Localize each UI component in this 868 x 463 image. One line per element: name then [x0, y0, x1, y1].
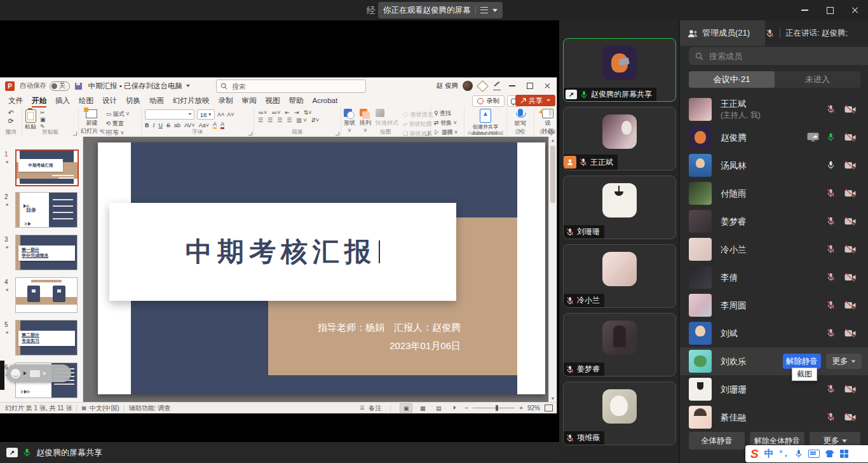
zoom-in-button[interactable]: + [519, 404, 523, 411]
mic-unmuted-icon[interactable] [826, 160, 836, 170]
scrollbar-thumb[interactable] [550, 146, 555, 203]
dialog-launcher-icon[interactable] [73, 132, 77, 135]
tab-animations[interactable]: 动画 [145, 94, 168, 107]
ppt-search-input[interactable] [231, 82, 341, 91]
find-button[interactable]: ⚲ 查找 [434, 109, 461, 118]
current-slide[interactable]: 中期考核汇报 指导老师：杨娟 汇报人：赵俊腾 2023年01月06日 [98, 142, 545, 394]
record-button[interactable]: 录制 [472, 95, 505, 107]
member-row[interactable]: 赵俊腾 [680, 123, 868, 151]
ime-toolbar[interactable]: S 中 °， [745, 445, 868, 462]
mic-muted-icon[interactable] [826, 412, 836, 422]
line-spacing-button[interactable]: ⇅˅ [304, 109, 312, 116]
spell-check-icon[interactable]: ▦ [81, 405, 86, 411]
underline-button[interactable]: U [159, 122, 163, 128]
tab-in-meeting[interactable]: 会议中·21 [689, 71, 775, 88]
sogou-logo-icon[interactable]: S [750, 447, 759, 461]
redo-icon[interactable]: ⟳ [0, 117, 22, 125]
video-tile[interactable]: 冷小兰 [563, 244, 676, 308]
layout-button[interactable]: ▭ 版式 ˅ [106, 110, 130, 118]
slide-thumbnail-4[interactable] [15, 277, 78, 313]
video-tile-screen-share[interactable]: ↗ 赵俊腾的屏幕共享 [563, 38, 676, 102]
bullets-button[interactable]: ≔˅ [258, 109, 267, 116]
member-row[interactable]: 付随雨 [680, 179, 868, 207]
tab-transitions[interactable]: 切换 [121, 94, 145, 107]
grow-font-button[interactable]: A˄ [217, 111, 224, 118]
slide-title-card[interactable]: 中期考核汇报 [109, 203, 456, 301]
member-row[interactable]: 姜梦睿 [680, 207, 868, 235]
camera-off-icon[interactable] [844, 385, 856, 394]
replace-button[interactable]: ⇄ 替换 ˅ [434, 119, 461, 127]
member-row[interactable]: 李周圆 [680, 291, 868, 319]
paste-button[interactable]: 粘贴 [25, 108, 36, 131]
increase-indent-button[interactable]: ⇥ [294, 109, 299, 116]
mic-muted-icon[interactable] [826, 104, 836, 114]
restore-button[interactable] [817, 0, 843, 20]
slideshow-button[interactable]: ⏵ [449, 404, 460, 412]
ppt-minimize-button[interactable] [503, 78, 521, 94]
text-direction-button[interactable]: ⇵˅ [311, 117, 320, 123]
tab-not-joined[interactable]: 未进入 [775, 71, 860, 88]
zoom-slider-knob[interactable] [496, 405, 498, 411]
font-size-select[interactable]: 18▼ [197, 109, 215, 120]
tab-file[interactable]: 文件 [4, 94, 27, 107]
minimize-button[interactable] [792, 0, 817, 20]
mic-muted-icon[interactable] [826, 216, 836, 226]
ppt-close-button[interactable] [539, 78, 557, 94]
dialog-launcher-icon[interactable] [425, 132, 429, 135]
camera-off-icon[interactable] [844, 245, 856, 254]
camera-off-icon[interactable] [844, 161, 856, 170]
tab-help[interactable]: 帮助 [285, 94, 308, 107]
shrink-font-button[interactable]: A˅ [227, 111, 234, 118]
tab-review[interactable]: 审阅 [238, 94, 261, 107]
floating-overlay[interactable] [6, 364, 71, 382]
tab-home[interactable]: 开始 [27, 94, 51, 107]
slide-sorter-button[interactable]: ▦ [417, 404, 428, 412]
slide-thumbnail-3[interactable]: 第一部分 学分完成情况 [15, 235, 78, 270]
camera-off-icon[interactable] [844, 217, 856, 226]
ime-keyboard-icon[interactable] [808, 450, 820, 458]
camera-off-icon[interactable] [844, 301, 856, 310]
italic-button[interactable]: I [153, 122, 155, 128]
member-search-input[interactable] [708, 51, 844, 62]
zoom-percent[interactable]: 92% [527, 404, 540, 411]
reset-button[interactable]: ⟲ 重置 [106, 120, 130, 128]
align-left-button[interactable]: ☰ [258, 117, 263, 123]
manage-members-tab[interactable]: 管理成员(21) [680, 20, 765, 46]
camera-off-icon[interactable] [844, 133, 856, 142]
member-row-hovered[interactable]: 刘欢乐 解除静音 更多 截图 [680, 347, 868, 375]
tab-slideshow[interactable]: 幻灯片放映 [168, 94, 214, 107]
slide-title[interactable]: 中期考核汇报 [186, 234, 376, 270]
chevron-down-icon[interactable] [492, 9, 498, 12]
normal-view-button[interactable]: ▣ [400, 403, 412, 413]
member-row[interactable]: 汤凤林 [680, 151, 868, 179]
slide-thumbnail-2[interactable]: 目录 [15, 192, 78, 228]
scroll-down-icon[interactable]: ▼ [549, 396, 557, 401]
premium-gem-icon[interactable] [477, 80, 488, 92]
save-icon[interactable] [75, 83, 82, 90]
mic-muted-icon[interactable] [826, 328, 836, 338]
camera-off-icon[interactable] [844, 329, 856, 338]
fit-slide-icon[interactable] [545, 404, 553, 411]
video-tile[interactable]: 刘珊珊 [563, 176, 676, 239]
slide-credits[interactable]: 指导老师：杨娟 汇报人：赵俊腾 2023年01月06日 [318, 322, 461, 350]
camera-off-icon[interactable] [844, 189, 856, 198]
zoom-out-button[interactable]: − [465, 404, 468, 411]
reading-view-button[interactable]: ▤ [433, 404, 444, 412]
layout-menu-icon[interactable] [480, 7, 488, 13]
mute-all-button[interactable]: 全体静音 [689, 432, 745, 450]
ime-voice-icon[interactable] [795, 449, 803, 459]
tab-acrobat[interactable]: Acrobat [308, 94, 342, 107]
mic-on-icon[interactable] [826, 132, 836, 142]
language-status[interactable]: 中文(中国) [90, 404, 119, 413]
ime-language-button[interactable]: 中 [764, 448, 774, 460]
ime-skin-icon[interactable] [825, 450, 834, 457]
dialog-launcher-icon[interactable] [336, 132, 339, 135]
text-shadow-button[interactable]: ab [174, 122, 180, 128]
mic-muted-icon[interactable] [826, 272, 836, 282]
document-title[interactable]: 中期汇报 • 已保存到这台电脑 [88, 81, 182, 91]
accessibility-status[interactable]: 辅助功能: 调查 [129, 404, 171, 413]
mic-muted-icon[interactable] [826, 244, 836, 254]
font-name-select[interactable] [145, 109, 194, 120]
align-center-button[interactable]: ☰ [268, 117, 273, 123]
camera-off-icon[interactable] [844, 273, 856, 282]
